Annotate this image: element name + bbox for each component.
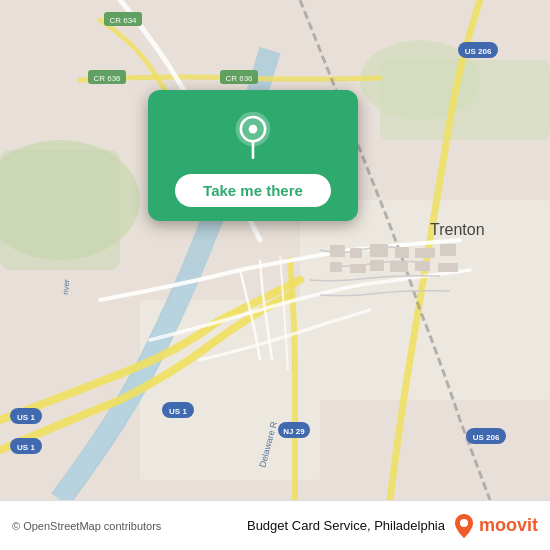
svg-text:US 206: US 206 [473, 433, 500, 442]
bottom-bar: © OpenStreetMap contributors Budget Card… [0, 500, 550, 550]
location-label: Budget Card Service, Philadelphia [247, 518, 445, 533]
svg-text:CR 634: CR 634 [109, 16, 137, 25]
svg-rect-2 [0, 150, 120, 270]
svg-rect-40 [415, 261, 430, 271]
moovit-text: moovit [479, 515, 538, 536]
svg-text:US 1: US 1 [17, 443, 35, 452]
svg-rect-32 [370, 244, 388, 257]
popup-card: Take me there [148, 90, 358, 221]
svg-rect-39 [390, 262, 408, 272]
svg-text:river: river [61, 279, 71, 296]
svg-rect-6 [300, 200, 550, 400]
svg-rect-37 [350, 264, 366, 273]
svg-rect-33 [395, 247, 409, 258]
svg-point-45 [460, 519, 468, 527]
svg-point-44 [249, 125, 258, 134]
svg-rect-35 [440, 244, 456, 256]
svg-text:US 206: US 206 [465, 47, 492, 56]
svg-rect-4 [380, 60, 550, 140]
svg-rect-31 [350, 248, 362, 258]
svg-rect-38 [370, 260, 384, 271]
svg-text:CR 636: CR 636 [225, 74, 253, 83]
svg-text:CR 636: CR 636 [93, 74, 121, 83]
copyright-text: © OpenStreetMap contributors [12, 520, 239, 532]
svg-rect-30 [330, 245, 345, 257]
svg-text:NJ 29: NJ 29 [283, 427, 305, 436]
map-svg: CR 634 CR 636 CR 636 US 206 US 206 US 1 … [0, 0, 550, 500]
svg-text:US 1: US 1 [169, 407, 187, 416]
map-area[interactable]: CR 634 CR 636 CR 636 US 206 US 206 US 1 … [0, 0, 550, 500]
svg-text:Trenton: Trenton [430, 221, 485, 238]
moovit-pin-icon [453, 512, 475, 540]
svg-rect-34 [415, 248, 435, 258]
location-pin-icon [227, 110, 279, 162]
svg-rect-41 [438, 263, 458, 272]
moovit-logo: moovit [453, 512, 538, 540]
svg-text:US 1: US 1 [17, 413, 35, 422]
svg-rect-36 [330, 262, 342, 272]
take-me-there-button[interactable]: Take me there [175, 174, 331, 207]
